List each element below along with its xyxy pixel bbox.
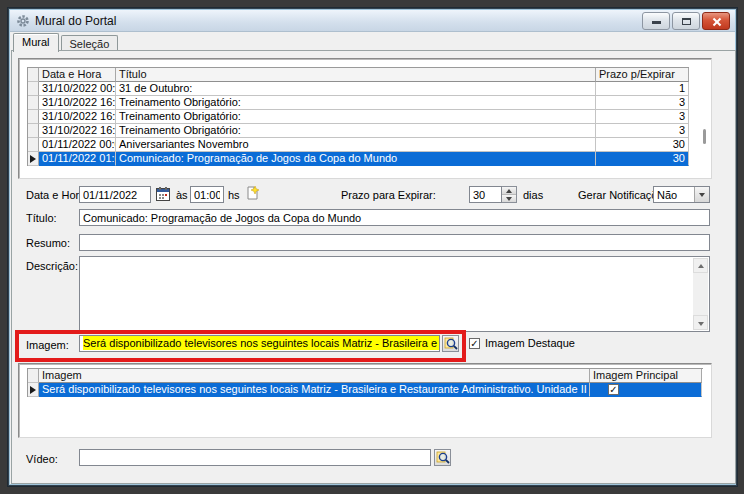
descricao-label: Descrição: [26,258,78,274]
checkmark-icon: ✓ [609,384,617,395]
imagem-field-highlighted-text: Será disponibilizado televisores nos seg… [83,336,440,350]
dias-label: dias [523,187,543,203]
grid-scrollbar-thumb[interactable] [703,129,706,144]
table-row-selected[interactable]: Será disponibilizado televisores nos seg… [28,383,703,397]
spin-up-button[interactable] [502,187,516,195]
mural-grid: Data e Hora Título Prazo p/Expirar 31/10… [27,67,689,166]
prazo-expirar-label: Prazo para Expirar: [341,187,436,203]
dropdown-button[interactable] [694,187,709,202]
descricao-field[interactable] [79,256,710,332]
titulo-label: Título: [26,210,57,226]
prazo-spinner [469,186,517,203]
tab-strip: Mural Seleção [13,33,120,51]
titlebar[interactable]: Mural do Portal [10,10,735,32]
desktop-background: Mural do Portal Mural Seleção Data e Hor… [0,0,744,494]
mural-grid-panel: Data e Hora Título Prazo p/Expirar 31/10… [18,58,712,179]
as-label: às [176,187,188,203]
titulo-field[interactable] [79,209,710,226]
imagens-grid: Imagem Imagem Principal Será disponibili… [27,368,703,397]
table-row[interactable]: 01/11/2022 00:00 Aniversariantes Novembr… [28,138,689,152]
resumo-field[interactable] [79,234,710,251]
arrow-up-icon [506,189,512,193]
scroll-down-button[interactable] [693,315,708,330]
calendar-picker-icon[interactable] [155,186,171,202]
notificacoes-value: Não [654,187,694,202]
prazo-field[interactable] [469,186,502,203]
mural-grid-header: Data e Hora Título Prazo p/Expirar [28,68,689,82]
spin-down-button[interactable] [502,195,516,202]
table-row-selected[interactable]: 01/11/2022 01:00 Comunicado: Programação… [28,152,689,166]
close-button[interactable] [702,12,730,30]
row-indicator-arrow-icon [30,386,36,394]
minimize-icon [652,21,661,24]
row-indicator-arrow-icon [30,155,36,163]
maximize-icon [682,18,691,25]
video-field[interactable] [79,449,431,466]
indicator-header-cell [28,369,39,383]
imagens-grid-panel: Imagem Imagem Principal Será disponibili… [18,363,712,438]
new-document-sparkle-icon[interactable] [244,185,260,201]
window-title: Mural do Portal [35,14,116,28]
table-row[interactable]: 31/10/2022 16:52 Treinamento Obrigatório… [28,110,689,124]
indicator-header-cell [28,68,39,82]
column-header-data-e-hora[interactable]: Data e Hora [39,68,116,82]
magnifier-icon [444,337,458,351]
chevron-down-icon [699,193,705,197]
arrow-down-icon [506,197,512,201]
arrow-up-icon [698,264,704,268]
column-header-prazo[interactable]: Prazo p/Expirar [596,68,689,82]
maximize-button[interactable] [672,12,700,30]
magnifier-icon [436,451,450,465]
table-row[interactable]: 31/10/2022 00:00 31 de Outubro: 1 [28,82,689,96]
gear-icon [16,14,30,28]
tab-mural[interactable]: Mural [13,33,59,52]
column-header-imagem-principal[interactable]: Imagem Principal [590,369,702,383]
notificacoes-dropdown[interactable]: Não [653,186,710,203]
scroll-up-button[interactable] [693,258,708,273]
imagem-field[interactable]: Será disponibilizado televisores nos seg… [79,335,440,352]
video-label: Vídeo: [26,451,58,467]
table-row[interactable]: 31/10/2022 16:50 Treinamento Obrigatório… [28,96,689,110]
column-header-imagem[interactable]: Imagem [39,369,590,383]
hs-label: hs [228,187,240,203]
window-mural-do-portal: Mural do Portal Mural Seleção Data e Hor… [8,8,737,486]
resumo-label: Resumo: [26,235,70,251]
tab-selecao[interactable]: Seleção [61,35,119,51]
imagem-destaque-label: Imagem Destaque [485,335,575,351]
date-field[interactable] [79,186,151,203]
imagem-destaque-checkbox[interactable]: ✓ [469,338,480,349]
checkmark-icon: ✓ [470,338,478,349]
time-field[interactable] [190,186,224,203]
imagens-grid-header: Imagem Imagem Principal [28,369,703,383]
imagem-lookup-button[interactable] [442,335,459,352]
imagem-principal-checkbox[interactable]: ✓ [608,384,619,395]
video-lookup-button[interactable] [434,449,451,466]
table-row[interactable]: 31/10/2022 16:54 Treinamento Obrigatório… [28,124,689,138]
imagem-label: Imagem: [26,337,69,353]
minimize-button[interactable] [642,12,670,30]
column-header-titulo[interactable]: Título [116,68,596,82]
arrow-down-icon [698,322,704,326]
descricao-scrollbar[interactable] [693,258,708,330]
